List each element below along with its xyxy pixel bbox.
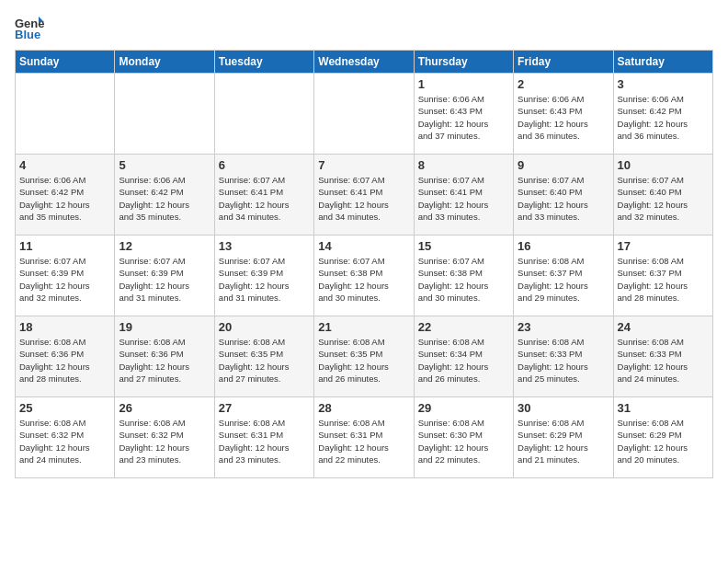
cell-content: Sunrise: 6:08 AM Sunset: 6:32 PM Dayligh… (119, 417, 210, 465)
calendar-cell: 24Sunrise: 6:08 AM Sunset: 6:33 PM Dayli… (613, 316, 712, 397)
calendar-cell: 21Sunrise: 6:08 AM Sunset: 6:35 PM Dayli… (314, 316, 414, 397)
day-number: 11 (19, 239, 110, 253)
day-number: 12 (119, 239, 210, 253)
day-number: 2 (518, 77, 609, 91)
calendar-cell: 7Sunrise: 6:07 AM Sunset: 6:41 PM Daylig… (314, 155, 414, 236)
calendar-cell: 9Sunrise: 6:07 AM Sunset: 6:40 PM Daylig… (514, 155, 613, 236)
day-number: 22 (418, 320, 509, 334)
cell-content: Sunrise: 6:07 AM Sunset: 6:39 PM Dayligh… (19, 255, 110, 304)
calendar-cell: 1Sunrise: 6:06 AM Sunset: 6:43 PM Daylig… (414, 74, 513, 155)
cell-content: Sunrise: 6:07 AM Sunset: 6:38 PM Dayligh… (418, 255, 509, 304)
day-header-wednesday: Wednesday (314, 51, 414, 74)
day-header-friday: Friday (514, 51, 613, 74)
cell-content: Sunrise: 6:07 AM Sunset: 6:41 PM Dayligh… (318, 174, 409, 223)
calendar-cell (214, 74, 313, 155)
calendar-cell: 5Sunrise: 6:06 AM Sunset: 6:42 PM Daylig… (115, 155, 214, 236)
cell-content: Sunrise: 6:08 AM Sunset: 6:30 PM Dayligh… (418, 417, 509, 465)
cell-content: Sunrise: 6:07 AM Sunset: 6:40 PM Dayligh… (518, 174, 609, 223)
day-number: 26 (119, 401, 210, 415)
calendar-cell: 11Sunrise: 6:07 AM Sunset: 6:39 PM Dayli… (16, 236, 115, 316)
cell-content: Sunrise: 6:08 AM Sunset: 6:36 PM Dayligh… (19, 336, 110, 385)
logo-icon: General Blue (15, 15, 44, 40)
day-number: 15 (418, 239, 509, 253)
cell-content: Sunrise: 6:08 AM Sunset: 6:32 PM Dayligh… (19, 417, 110, 465)
calendar-cell: 30Sunrise: 6:08 AM Sunset: 6:29 PM Dayli… (514, 397, 613, 478)
calendar-week-4: 18Sunrise: 6:08 AM Sunset: 6:36 PM Dayli… (16, 316, 713, 397)
cell-content: Sunrise: 6:08 AM Sunset: 6:36 PM Dayligh… (119, 336, 210, 385)
day-number: 21 (318, 320, 409, 334)
calendar-cell (16, 74, 115, 155)
calendar-cell (115, 74, 214, 155)
logo: General Blue (15, 15, 48, 40)
day-number: 31 (618, 401, 709, 415)
day-number: 14 (318, 239, 409, 253)
calendar-cell: 14Sunrise: 6:07 AM Sunset: 6:38 PM Dayli… (314, 236, 414, 316)
calendar-cell: 8Sunrise: 6:07 AM Sunset: 6:41 PM Daylig… (414, 155, 513, 236)
cell-content: Sunrise: 6:08 AM Sunset: 6:31 PM Dayligh… (219, 417, 310, 465)
calendar-cell: 31Sunrise: 6:08 AM Sunset: 6:29 PM Dayli… (613, 397, 712, 478)
cell-content: Sunrise: 6:06 AM Sunset: 6:42 PM Dayligh… (19, 174, 110, 223)
calendar-cell: 18Sunrise: 6:08 AM Sunset: 6:36 PM Dayli… (16, 316, 115, 397)
calendar-week-2: 4Sunrise: 6:06 AM Sunset: 6:42 PM Daylig… (16, 155, 713, 236)
calendar-cell: 25Sunrise: 6:08 AM Sunset: 6:32 PM Dayli… (16, 397, 115, 478)
day-number: 19 (119, 320, 210, 334)
page-header: General Blue (15, 15, 713, 40)
cell-content: Sunrise: 6:07 AM Sunset: 6:38 PM Dayligh… (318, 255, 409, 304)
day-number: 6 (219, 158, 310, 172)
calendar-cell: 29Sunrise: 6:08 AM Sunset: 6:30 PM Dayli… (414, 397, 513, 478)
cell-content: Sunrise: 6:08 AM Sunset: 6:33 PM Dayligh… (518, 336, 609, 385)
calendar-cell: 20Sunrise: 6:08 AM Sunset: 6:35 PM Dayli… (214, 316, 313, 397)
cell-content: Sunrise: 6:06 AM Sunset: 6:43 PM Dayligh… (418, 93, 509, 142)
cell-content: Sunrise: 6:08 AM Sunset: 6:37 PM Dayligh… (518, 255, 609, 304)
day-number: 25 (19, 401, 110, 415)
calendar-cell: 22Sunrise: 6:08 AM Sunset: 6:34 PM Dayli… (414, 316, 513, 397)
cell-content: Sunrise: 6:08 AM Sunset: 6:34 PM Dayligh… (418, 336, 509, 385)
calendar-cell: 13Sunrise: 6:07 AM Sunset: 6:39 PM Dayli… (214, 236, 313, 316)
day-number: 16 (518, 239, 609, 253)
day-header-sunday: Sunday (16, 51, 115, 74)
day-header-tuesday: Tuesday (214, 51, 313, 74)
day-number: 1 (418, 77, 509, 91)
cell-content: Sunrise: 6:08 AM Sunset: 6:29 PM Dayligh… (618, 417, 709, 465)
day-number: 10 (618, 158, 709, 172)
day-number: 18 (19, 320, 110, 334)
calendar-cell: 28Sunrise: 6:08 AM Sunset: 6:31 PM Dayli… (314, 397, 414, 478)
day-number: 20 (219, 320, 310, 334)
cell-content: Sunrise: 6:08 AM Sunset: 6:31 PM Dayligh… (318, 417, 409, 465)
day-number: 28 (318, 401, 409, 415)
cell-content: Sunrise: 6:07 AM Sunset: 6:39 PM Dayligh… (219, 255, 310, 304)
calendar-cell: 16Sunrise: 6:08 AM Sunset: 6:37 PM Dayli… (514, 236, 613, 316)
calendar-cell: 4Sunrise: 6:06 AM Sunset: 6:42 PM Daylig… (16, 155, 115, 236)
day-header-monday: Monday (115, 51, 214, 74)
cell-content: Sunrise: 6:07 AM Sunset: 6:39 PM Dayligh… (119, 255, 210, 304)
day-number: 3 (618, 77, 709, 91)
day-number: 23 (518, 320, 609, 334)
calendar-cell: 27Sunrise: 6:08 AM Sunset: 6:31 PM Dayli… (214, 397, 313, 478)
day-number: 13 (219, 239, 310, 253)
cell-content: Sunrise: 6:08 AM Sunset: 6:33 PM Dayligh… (618, 336, 709, 385)
cell-content: Sunrise: 6:08 AM Sunset: 6:29 PM Dayligh… (518, 417, 609, 465)
calendar-cell: 2Sunrise: 6:06 AM Sunset: 6:43 PM Daylig… (514, 74, 613, 155)
calendar-cell: 26Sunrise: 6:08 AM Sunset: 6:32 PM Dayli… (115, 397, 214, 478)
svg-text:Blue: Blue (15, 28, 40, 40)
day-number: 27 (219, 401, 310, 415)
calendar-cell: 12Sunrise: 6:07 AM Sunset: 6:39 PM Dayli… (115, 236, 214, 316)
calendar-cell: 17Sunrise: 6:08 AM Sunset: 6:37 PM Dayli… (613, 236, 712, 316)
day-number: 30 (518, 401, 609, 415)
calendar-cell: 19Sunrise: 6:08 AM Sunset: 6:36 PM Dayli… (115, 316, 214, 397)
day-number: 29 (418, 401, 509, 415)
calendar-cell: 10Sunrise: 6:07 AM Sunset: 6:40 PM Dayli… (613, 155, 712, 236)
calendar-cell: 23Sunrise: 6:08 AM Sunset: 6:33 PM Dayli… (514, 316, 613, 397)
calendar-cell (314, 74, 414, 155)
day-header-thursday: Thursday (414, 51, 513, 74)
day-number: 24 (618, 320, 709, 334)
cell-content: Sunrise: 6:06 AM Sunset: 6:43 PM Dayligh… (518, 93, 609, 142)
cell-content: Sunrise: 6:08 AM Sunset: 6:35 PM Dayligh… (219, 336, 310, 385)
calendar-week-3: 11Sunrise: 6:07 AM Sunset: 6:39 PM Dayli… (16, 236, 713, 316)
day-header-saturday: Saturday (613, 51, 712, 74)
cell-content: Sunrise: 6:06 AM Sunset: 6:42 PM Dayligh… (119, 174, 210, 223)
day-number: 8 (418, 158, 509, 172)
calendar-cell: 6Sunrise: 6:07 AM Sunset: 6:41 PM Daylig… (214, 155, 313, 236)
day-number: 5 (119, 158, 210, 172)
day-number: 7 (318, 158, 409, 172)
